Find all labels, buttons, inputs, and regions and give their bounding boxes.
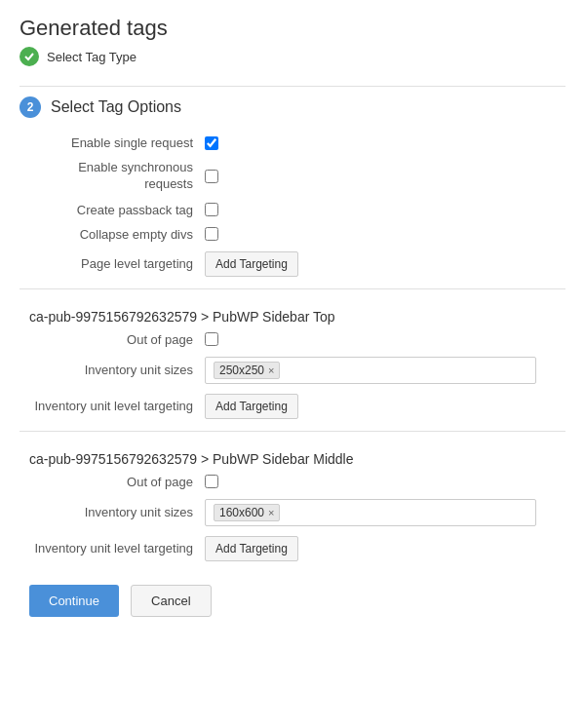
enable-single-request-row: Enable single request xyxy=(29,135,566,150)
unit2-inventory-targeting-row: Inventory unit level targeting Add Targe… xyxy=(29,536,566,561)
unit1-inventory-sizes-input[interactable]: 250x250 × xyxy=(205,357,536,384)
create-passback-row: Create passback tag xyxy=(29,203,566,217)
enable-single-request-checkbox[interactable] xyxy=(205,136,218,150)
section-divider-1 xyxy=(20,86,566,87)
unit2-size-value-1: 160x600 xyxy=(219,506,264,519)
unit2-out-of-page-row: Out of page xyxy=(29,475,566,489)
unit2-inventory-sizes-label: Inventory unit sizes xyxy=(29,505,205,519)
unit2-size-remove-1[interactable]: × xyxy=(268,507,274,518)
enable-synchronous-control xyxy=(205,170,218,183)
page-level-targeting-control: Add Targeting xyxy=(205,251,298,277)
enable-synchronous-row: Enable synchronous requests xyxy=(29,160,566,193)
create-passback-label: Create passback tag xyxy=(29,203,205,217)
step2-title: Select Tag Options xyxy=(51,98,181,116)
collapse-empty-row: Collapse empty divs xyxy=(29,227,566,242)
inventory-unit-2-options: Out of page Inventory unit sizes 160x600… xyxy=(20,475,566,561)
unit1-size-tag-1: 250x250 × xyxy=(214,362,280,379)
options-section: Enable single request Enable synchronous… xyxy=(20,135,566,277)
unit1-inventory-sizes-row: Inventory unit sizes 250x250 × xyxy=(29,357,566,384)
inventory-unit-1-options: Out of page Inventory unit sizes 250x250… xyxy=(20,332,566,419)
page-level-targeting-row: Page level targeting Add Targeting xyxy=(29,251,566,277)
unit1-inventory-sizes-control: 250x250 × xyxy=(205,357,536,384)
continue-button[interactable]: Continue xyxy=(29,585,119,617)
collapse-empty-checkbox[interactable] xyxy=(205,227,218,241)
unit2-inventory-sizes-input[interactable]: 160x600 × xyxy=(205,499,536,526)
page-container: Generated tags Select Tag Type 2 Select … xyxy=(0,0,585,632)
enable-synchronous-checkbox[interactable] xyxy=(205,170,218,183)
step1-check-icon xyxy=(20,47,39,66)
step1-completed: Select Tag Type xyxy=(20,47,566,66)
unit2-inventory-sizes-control: 160x600 × xyxy=(205,499,536,526)
page-level-add-targeting-button[interactable]: Add Targeting xyxy=(205,251,298,277)
unit1-size-value-1: 250x250 xyxy=(219,364,264,377)
unit1-out-of-page-label: Out of page xyxy=(29,332,205,347)
footer-buttons: Continue Cancel xyxy=(20,585,566,617)
page-title: Generated tags xyxy=(20,16,566,41)
inventory-unit-1-title: ca-pub-9975156792632579 > PubWP Sidebar … xyxy=(20,301,566,332)
enable-single-request-control xyxy=(205,136,218,150)
inventory-unit-2-title: ca-pub-9975156792632579 > PubWP Sidebar … xyxy=(20,443,566,475)
enable-synchronous-label: Enable synchronous requests xyxy=(29,160,205,193)
unit1-size-remove-1[interactable]: × xyxy=(268,364,274,376)
unit1-out-of-page-control xyxy=(205,332,218,346)
unit1-inventory-sizes-label: Inventory unit sizes xyxy=(29,363,205,377)
inventory-divider-1 xyxy=(20,288,566,289)
enable-single-request-label: Enable single request xyxy=(29,135,205,150)
step2-number: 2 xyxy=(20,96,41,118)
unit2-out-of-page-label: Out of page xyxy=(29,475,205,489)
unit2-inventory-sizes-row: Inventory unit sizes 160x600 × xyxy=(29,499,566,526)
unit1-inventory-targeting-label: Inventory unit level targeting xyxy=(29,399,205,413)
unit1-out-of-page-row: Out of page xyxy=(29,332,566,347)
unit2-inventory-targeting-label: Inventory unit level targeting xyxy=(29,541,205,556)
step2-header: 2 Select Tag Options xyxy=(20,96,566,118)
unit1-inventory-targeting-control: Add Targeting xyxy=(205,394,298,419)
unit1-out-of-page-checkbox[interactable] xyxy=(205,332,218,346)
page-level-targeting-label: Page level targeting xyxy=(29,256,205,271)
unit1-add-targeting-button[interactable]: Add Targeting xyxy=(205,394,298,419)
unit2-out-of-page-control xyxy=(205,475,218,488)
inventory-divider-2 xyxy=(20,431,566,432)
collapse-empty-control xyxy=(205,227,218,241)
unit2-size-tag-1: 160x600 × xyxy=(214,504,280,521)
cancel-button[interactable]: Cancel xyxy=(131,585,211,617)
unit2-add-targeting-button[interactable]: Add Targeting xyxy=(205,536,298,561)
unit1-inventory-targeting-row: Inventory unit level targeting Add Targe… xyxy=(29,394,566,419)
create-passback-control xyxy=(205,203,218,216)
step1-label: Select Tag Type xyxy=(47,50,136,64)
unit2-out-of-page-checkbox[interactable] xyxy=(205,475,218,488)
create-passback-checkbox[interactable] xyxy=(205,203,218,216)
unit2-inventory-targeting-control: Add Targeting xyxy=(205,536,298,561)
collapse-empty-label: Collapse empty divs xyxy=(29,227,205,242)
